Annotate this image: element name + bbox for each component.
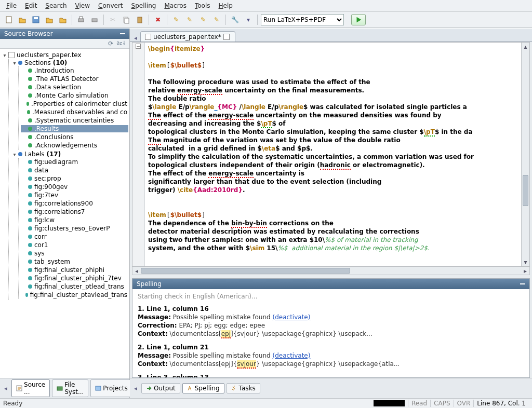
scroll-up-icon[interactable]: ▴ (522, 43, 529, 51)
save-icon[interactable] (30, 14, 42, 25)
tree-label-item[interactable]: fig:final_cluster_phiphi (21, 266, 128, 274)
tree-label-item[interactable]: sys (21, 250, 128, 257)
menu-convert[interactable]: Convert (95, 1, 126, 10)
bottom-tab[interactable]: Spelling (182, 383, 224, 393)
tab-scroll-left-icon[interactable]: ◂ (132, 385, 139, 392)
tree-toggle-icon[interactable]: ▾ (12, 152, 17, 157)
menu-spelling[interactable]: Spelling (128, 1, 159, 10)
tree-section-item[interactable]: .Measured observables and co (21, 108, 128, 116)
bottom-tab[interactable]: Projects (90, 379, 132, 397)
delete-icon[interactable]: ✖ (152, 14, 164, 25)
tree-section-item[interactable]: .Results (21, 125, 128, 132)
wand2-icon[interactable]: ✎ (184, 14, 195, 25)
menu-macros[interactable]: Macros (161, 1, 190, 10)
minimize-panel-icon[interactable] (120, 33, 125, 34)
menu-file[interactable]: File (3, 1, 20, 10)
wand4-icon[interactable]: ✎ (211, 14, 222, 25)
deactivate-link[interactable]: (deactivate) (273, 314, 311, 321)
tree-label-item[interactable]: fig:final_cluster_ptavlead_trans (21, 291, 128, 298)
tab-scroll-left-icon[interactable]: ◂ (132, 34, 139, 42)
wand1-icon[interactable]: ✎ (170, 14, 182, 25)
bottom-tab[interactable]: Tasks (227, 383, 260, 393)
editor-tab[interactable]: ueclusters_paper.tex* (140, 31, 235, 42)
menu-edit[interactable]: Edit (22, 1, 40, 10)
status-bar: Ready Read CAPS OVR Line 867, Col. 1 (0, 398, 532, 408)
source-browser-panel: Source Browser ⟳ az↓ ▾ueclusters_paper.t… (0, 29, 130, 378)
tree-root-file[interactable]: ueclusters_paper.tex (16, 51, 82, 59)
tree-toggle-icon[interactable]: ▾ (12, 60, 17, 66)
bottom-tab[interactable]: Source ... (11, 379, 50, 397)
menu-tools[interactable]: Tools (192, 1, 214, 10)
wand3-icon[interactable]: ✎ (197, 14, 209, 25)
menu-help[interactable]: Help (216, 1, 236, 10)
spelling-location: 1. Line 1, column 16 (138, 305, 524, 313)
tree-label-item[interactable]: fig:final_cluster_ptlead_trans (21, 283, 128, 290)
open-folder-icon[interactable] (17, 14, 28, 25)
tree-label-item[interactable]: fig:900gev (21, 183, 128, 191)
vertical-scrollbar[interactable]: ▴ ▾ (521, 43, 529, 266)
tree-label-item[interactable]: fig:correlations7 (21, 208, 128, 215)
fold-icon[interactable]: − (136, 44, 141, 49)
tree-section-item[interactable]: .Monte Carlo simulation (21, 92, 128, 99)
tree-label-item[interactable]: tab_system (21, 258, 128, 265)
spelling-panel: Spelling Starting check in English (Amer… (132, 278, 530, 378)
svg-rect-2 (34, 17, 38, 19)
bottom-tab[interactable]: File Syst... (52, 379, 88, 397)
menu-view[interactable]: View (72, 1, 93, 10)
tree-label-item[interactable]: cor1 (21, 241, 128, 249)
tree-toggle-icon[interactable]: ▾ (2, 52, 7, 58)
spelling-entry[interactable]: 1. Line 1, column 16Message: Possible sp… (138, 305, 524, 338)
tree-label-item[interactable]: fig:uediagram (21, 158, 128, 166)
open-folder3-icon[interactable] (57, 14, 69, 25)
open-folder2-icon[interactable] (44, 14, 55, 25)
progress-bar (374, 400, 405, 406)
editor-gutter[interactable]: − (132, 43, 145, 266)
tree-section-item[interactable]: .Acknowledgements (21, 142, 128, 149)
tree-label-item[interactable]: fig:lcw (21, 216, 128, 224)
tree-section-item[interactable]: .Data selection (21, 84, 128, 91)
tree-label-item[interactable]: data (21, 167, 128, 174)
paste-icon[interactable] (134, 14, 145, 25)
print-icon[interactable] (75, 14, 87, 25)
sort-icon[interactable]: az↓ (116, 40, 126, 47)
tree-section-item[interactable]: .Properties of calorimeter clust (21, 100, 128, 107)
document-tree[interactable]: ▾ueclusters_paper.tex ▾Sections (10) .In… (0, 49, 129, 378)
tree-label-item[interactable]: fig:correlations900 (21, 200, 128, 207)
run-button[interactable] (351, 14, 366, 25)
copy-icon[interactable] (121, 14, 132, 25)
wrench-icon[interactable]: 🔧 (229, 14, 241, 25)
tree-labels[interactable]: Labels (17) (23, 151, 61, 158)
new-file-icon[interactable] (3, 14, 15, 25)
dropdown-arrow-icon[interactable]: ▾ (243, 14, 254, 25)
minimize-panel-icon[interactable] (520, 283, 525, 284)
spelling-header: Spelling (132, 279, 529, 289)
tree-section-item[interactable]: .Systematic uncertainties (21, 117, 128, 124)
horizontal-scrollbar[interactable]: ◂ ▸ (132, 267, 530, 275)
menu-search[interactable]: Search (42, 1, 70, 10)
tree-sections[interactable]: Sections (10) (23, 59, 67, 66)
tree-label-item[interactable]: corr (21, 233, 128, 240)
tree-label-item[interactable]: fig:7tev (21, 192, 128, 199)
scroll-thumb[interactable] (141, 268, 350, 274)
cut-icon[interactable]: ✂ (107, 14, 118, 25)
tree-section-item[interactable]: .The ATLAS Detector (21, 75, 128, 83)
code-editor[interactable]: \begin{itemize} \item[$\bullet$] The fol… (145, 43, 521, 266)
build-select[interactable]: Run LaTeX+PS+PDF (261, 14, 344, 25)
bottom-tab[interactable]: Output (141, 383, 180, 393)
tree-label-item[interactable]: sec:prop (21, 175, 128, 182)
scroll-down-icon[interactable]: ▾ (522, 258, 529, 266)
tree-section-item[interactable]: .Conclusions (21, 133, 128, 141)
scroll-right-icon[interactable]: ▸ (521, 267, 529, 275)
spelling-body[interactable]: Starting check in English (American)... … (132, 289, 529, 377)
spelling-entry[interactable]: 2. Line 1, column 21Message: Possible sp… (138, 343, 524, 368)
scroll-left-icon[interactable]: ◂ (132, 267, 141, 275)
tree-label-item[interactable]: fig:clusters_reso_EoverP (21, 225, 128, 232)
deactivate-link[interactable]: (deactivate) (273, 352, 311, 359)
print-preview-icon[interactable] (89, 14, 100, 25)
scroll-thumb[interactable] (523, 175, 528, 206)
spelling-entry[interactable]: 3. Line 3, column 13 (138, 373, 524, 377)
tab-scroll-left-icon[interactable]: ◂ (2, 385, 9, 392)
refresh-icon[interactable]: ⟳ (108, 40, 113, 47)
tree-section-item[interactable]: .Introduction (21, 67, 128, 74)
tree-label-item[interactable]: fig:final_cluster_phiphi_7tev (21, 275, 128, 282)
